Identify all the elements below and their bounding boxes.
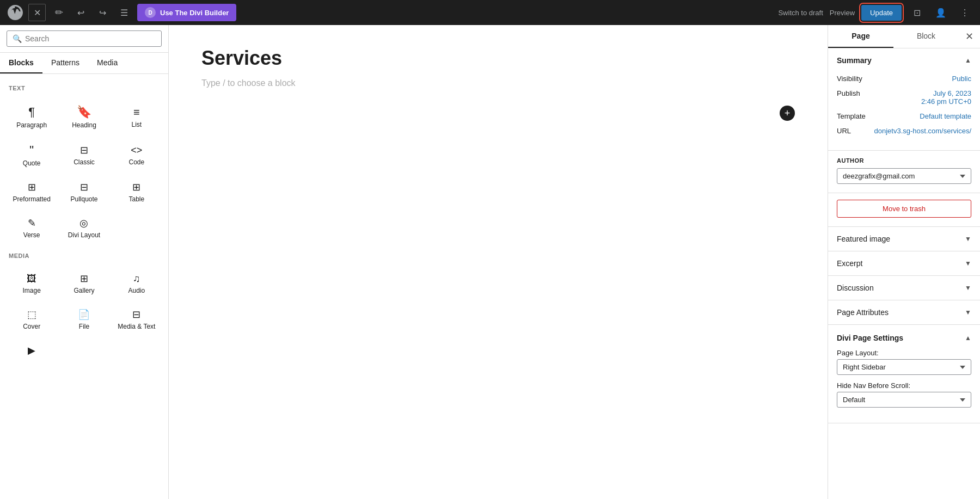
divi-builder-button[interactable]: D Use The Divi Builder — [137, 4, 236, 21]
page-attributes-header[interactable]: Page Attributes ▼ — [828, 300, 980, 324]
block-cover[interactable]: ⬚ Cover — [7, 301, 57, 335]
block-code[interactable]: <> Code — [112, 136, 162, 172]
block-verse[interactable]: ✎ Verse — [7, 210, 57, 244]
discussion-header[interactable]: Discussion ▼ — [828, 276, 980, 300]
block-paragraph[interactable]: ¶ Paragraph — [7, 98, 57, 134]
page-title-input[interactable] — [201, 47, 795, 70]
redo-button[interactable]: ↪ — [94, 4, 111, 21]
block-pullquote[interactable]: ⊟ Pullquote — [59, 174, 109, 208]
edit-button[interactable]: ✏ — [50, 4, 68, 21]
responsive-view-button[interactable]: ⊡ — [908, 4, 926, 21]
block-media-text[interactable]: ⊟ Media & Text — [112, 301, 162, 335]
file-label: File — [79, 323, 89, 330]
template-row: Template Default template — [837, 112, 971, 120]
summary-header[interactable]: Summary ▲ — [828, 48, 980, 72]
wp-logo — [7, 4, 24, 21]
media-section-label: MEDIA — [9, 252, 162, 259]
block-table[interactable]: ⊞ Table — [112, 174, 162, 208]
text-blocks-grid: ¶ Paragraph 🔖 Heading ≡ List " Quote ⊟ — [7, 98, 162, 244]
classic-icon: ⊟ — [80, 145, 88, 155]
tab-patterns[interactable]: Patterns — [42, 53, 88, 73]
add-block-button[interactable]: + — [780, 106, 795, 121]
featured-image-header[interactable]: Featured image ▼ — [828, 227, 980, 251]
block-list[interactable]: ≡ List — [112, 98, 162, 134]
block-image[interactable]: 🖼 Image — [7, 266, 57, 299]
switch-to-draft-button[interactable]: Switch to draft — [778, 9, 823, 17]
hide-nav-row: Hide Nav Before Scroll: Default Hide Sho… — [837, 381, 971, 408]
code-label: Code — [128, 158, 144, 166]
topbar-right: Switch to draft Preview Update ⊡ 👤 ⋮ — [778, 4, 973, 21]
block-heading[interactable]: 🔖 Heading — [59, 98, 109, 134]
block-classic[interactable]: ⊟ Classic — [59, 136, 109, 172]
hide-nav-select[interactable]: Default Hide Show — [837, 392, 971, 408]
undo-button[interactable]: ↩ — [72, 4, 89, 21]
trash-section: Move to trash — [828, 193, 980, 227]
divi-settings-header[interactable]: Divi Page Settings ▲ — [837, 331, 971, 349]
pullquote-icon: ⊟ — [80, 182, 88, 192]
discussion-section: Discussion ▼ — [828, 276, 980, 300]
list-view-button[interactable]: ☰ — [115, 4, 133, 21]
divi-layout-label: Divi Layout — [68, 231, 100, 239]
search-input[interactable] — [25, 34, 156, 43]
tab-page[interactable]: Page — [828, 25, 893, 48]
divi-button-label: Use The Divi Builder — [160, 9, 229, 17]
divi-icon: D — [145, 7, 156, 18]
preformatted-label: Preformatted — [13, 195, 50, 203]
preview-button[interactable]: Preview — [830, 9, 855, 17]
search-wrap: 🔍 — [0, 25, 168, 53]
page-layout-select[interactable]: Right Sidebar Left Sidebar Full Width No… — [837, 359, 971, 375]
paragraph-icon: ¶ — [28, 106, 35, 118]
url-value[interactable]: donjetv3.sg-host.com/services/ — [874, 127, 971, 135]
block-list: TEXT ¶ Paragraph 🔖 Heading ≡ List " Quot… — [0, 74, 168, 499]
divi-settings-chevron-icon: ▲ — [965, 334, 971, 342]
featured-image-section: Featured image ▼ — [828, 227, 980, 251]
gallery-label: Gallery — [74, 287, 94, 294]
author-label: AUTHOR — [837, 157, 971, 164]
media-text-label: Media & Text — [118, 323, 155, 330]
block-gallery[interactable]: ⊞ Gallery — [59, 266, 109, 299]
close-editor-button[interactable]: ✕ — [28, 4, 46, 21]
settings-button[interactable]: ⋮ — [956, 4, 973, 21]
topbar: ✕ ✏ ↩ ↪ ☰ D Use The Divi Builder Switch … — [0, 0, 980, 25]
paragraph-label: Paragraph — [16, 121, 47, 129]
visibility-key: Visibility — [837, 75, 862, 83]
block-preformatted[interactable]: ⊞ Preformatted — [7, 174, 57, 208]
excerpt-chevron-icon: ▼ — [965, 260, 971, 267]
featured-image-label: Featured image — [837, 235, 890, 243]
template-key: Template — [837, 112, 866, 120]
move-to-trash-button[interactable]: Move to trash — [837, 200, 971, 218]
featured-image-chevron-icon: ▼ — [965, 235, 971, 243]
update-button[interactable]: Update — [861, 5, 902, 21]
divi-settings-label: Divi Page Settings — [837, 334, 903, 342]
file-icon: 📄 — [78, 310, 90, 319]
block-file[interactable]: 📄 File — [59, 301, 109, 335]
block-video[interactable]: ▶ — [7, 337, 57, 364]
block-quote[interactable]: " Quote — [7, 136, 57, 172]
block-audio[interactable]: ♫ Audio — [112, 266, 162, 299]
gallery-icon: ⊞ — [80, 274, 88, 284]
page-attributes-section: Page Attributes ▼ — [828, 300, 980, 325]
excerpt-header[interactable]: Excerpt ▼ — [828, 251, 980, 275]
block-placeholder[interactable]: Type / to choose a block — [201, 78, 795, 88]
search-icon: 🔍 — [13, 34, 22, 43]
table-label: Table — [128, 195, 144, 203]
image-label: Image — [22, 287, 40, 294]
tab-blocks[interactable]: Blocks — [0, 53, 42, 73]
template-value[interactable]: Default template — [920, 112, 971, 120]
author-section: AUTHOR deezgrafix@gmail.com — [828, 151, 980, 193]
page-layout-row: Page Layout: Right Sidebar Left Sidebar … — [837, 349, 971, 375]
author-select[interactable]: deezgrafix@gmail.com — [837, 168, 971, 184]
right-panel-close-button[interactable]: ✕ — [959, 25, 980, 48]
tab-block[interactable]: Block — [893, 25, 959, 48]
divi-page-settings-section: Divi Page Settings ▲ Page Layout: Right … — [828, 325, 980, 423]
profile-button[interactable]: 👤 — [932, 4, 950, 21]
hide-nav-label: Hide Nav Before Scroll: — [837, 381, 971, 390]
summary-body: Visibility Public Publish July 6, 2023 2… — [828, 72, 980, 150]
block-divi-layout[interactable]: ◎ Divi Layout — [59, 210, 109, 244]
editor-area: Type / to choose a block + — [169, 25, 828, 499]
excerpt-label: Excerpt — [837, 259, 862, 268]
publish-value[interactable]: July 6, 2023 2:46 pm UTC+0 — [921, 89, 971, 106]
tab-media[interactable]: Media — [88, 53, 126, 73]
page-attributes-chevron-icon: ▼ — [965, 309, 971, 316]
visibility-value[interactable]: Public — [952, 75, 971, 83]
